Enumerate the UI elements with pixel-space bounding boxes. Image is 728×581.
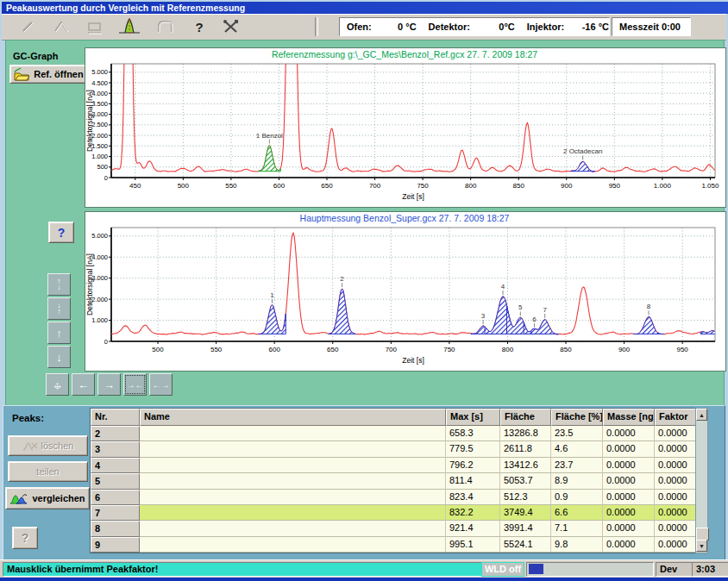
scrollbar-thumb[interactable] [696, 528, 709, 540]
table-cell[interactable]: 5053.7 [500, 473, 551, 489]
marked-peak[interactable] [259, 305, 286, 334]
table-cell[interactable]: 0.0000 [603, 490, 655, 505]
table-cell[interactable]: 0.0000 [603, 537, 655, 553]
zoom-compress-vertical-button[interactable]: ↓ ↑ [47, 297, 71, 320]
table-cell[interactable]: 0.0000 [655, 473, 696, 489]
table-cell[interactable]: 4.6 [551, 441, 603, 457]
svg-text:750: 750 [443, 346, 455, 353]
table-cell[interactable]: 0.0000 [655, 505, 696, 521]
table-cell[interactable]: 0.0000 [603, 473, 655, 489]
zoom-expand-vertical-button[interactable]: ↑ ↓ [47, 273, 71, 296]
delete-peak-button[interactable]: löschen [8, 435, 88, 456]
table-cell[interactable]: 512.3 [500, 490, 551, 505]
edit-icon[interactable] [17, 17, 43, 36]
table-cell[interactable]: 3991.4 [500, 521, 551, 536]
referenzmessung-chart[interactable]: Referenzmessung g:\_GC_Mes\Benzol_Ref.gc… [85, 48, 724, 206]
scroll-down-button[interactable]: ▼ [696, 540, 707, 552]
column-header-1[interactable]: Name [140, 409, 446, 426]
table-cell[interactable]: 6.6 [551, 505, 603, 521]
table-cell[interactable] [140, 537, 446, 553]
column-header-2[interactable]: Max [s] [446, 409, 500, 426]
table-cell[interactable]: 13412.6 [500, 458, 551, 473]
table-cell[interactable]: 23.7 [551, 458, 603, 473]
pan-left-button[interactable]: ← [72, 373, 95, 396]
table-cell[interactable] [140, 473, 446, 489]
column-header-3[interactable]: Fläche [500, 409, 551, 426]
peaks-help-button[interactable]: ? [12, 527, 38, 549]
table-cell[interactable]: 3749.4 [500, 505, 551, 521]
tools-icon[interactable] [219, 17, 245, 36]
table-cell[interactable]: 823.4 [446, 490, 500, 505]
table-cell[interactable]: 7.1 [551, 521, 603, 536]
table-cell[interactable]: 995.1 [446, 537, 500, 553]
table-cell[interactable]: 9.8 [551, 537, 603, 553]
pan-right-button[interactable]: → [97, 373, 121, 396]
table-cell[interactable]: 0.0000 [603, 441, 655, 457]
marked-peak[interactable] [700, 330, 724, 334]
table-cell[interactable]: 0.0000 [655, 426, 696, 441]
table-cell[interactable]: 779.5 [446, 441, 500, 457]
table-cell[interactable]: 0.0000 [603, 426, 655, 441]
table-cell[interactable]: 832.2 [446, 505, 500, 521]
row-number-cell[interactable]: 7 [91, 505, 140, 521]
compare-peaks-button[interactable]: vergleichen [5, 487, 90, 509]
table-cell[interactable]: 811.4 [446, 473, 500, 489]
table-scrollbar[interactable]: ▲ ▼ [695, 408, 708, 553]
table-cell[interactable]: 23.5 [551, 426, 603, 441]
pan-down-button[interactable]: ↓ [47, 346, 71, 368]
open-reference-button[interactable]: Ref. öffnen [9, 65, 87, 84]
split-icon[interactable] [50, 17, 76, 36]
pan-up-button[interactable]: ↑ [47, 322, 71, 344]
table-cell[interactable] [140, 441, 446, 457]
table-cell[interactable]: 0.0000 [655, 490, 696, 505]
zoom-expand-horizontal-button[interactable]: ←→ [149, 373, 173, 396]
table-cell[interactable]: 2611.8 [500, 441, 551, 457]
table-cell[interactable]: 8.9 [551, 473, 603, 489]
marked-peak[interactable] [633, 316, 663, 334]
marked-peak[interactable] [258, 146, 280, 172]
column-header-6[interactable]: Faktor [655, 409, 696, 426]
print-icon[interactable] [83, 17, 109, 36]
table-cell[interactable] [140, 521, 446, 536]
peak-label: 6 [532, 315, 537, 323]
row-number-cell[interactable]: 9 [91, 537, 140, 553]
row-number-cell[interactable]: 5 [91, 473, 140, 489]
table-cell[interactable]: 0.0000 [603, 521, 655, 536]
table-cell[interactable]: 13286.8 [500, 426, 551, 441]
table-cell[interactable] [140, 505, 446, 521]
scroll-up-button[interactable]: ▲ [696, 409, 707, 421]
peak-evaluation-icon[interactable] [117, 17, 143, 36]
table-cell[interactable]: 0.0000 [603, 458, 655, 473]
baseline-clamp-icon[interactable] [154, 17, 179, 36]
chart-help-button[interactable]: ? [48, 222, 74, 243]
table-cell[interactable]: 0.0000 [655, 441, 696, 457]
table-cell[interactable] [140, 458, 446, 473]
column-header-4[interactable]: Fläche [%] [551, 409, 603, 426]
table-cell[interactable]: 0.9 [551, 490, 603, 505]
column-header-0[interactable]: Nr. [91, 409, 140, 426]
hauptmessung-chart[interactable]: Hauptmessung Benzol_Super.gcx 27. 7. 200… [85, 212, 724, 370]
marked-peak[interactable] [570, 161, 595, 172]
row-number-cell[interactable]: 4 [91, 458, 140, 473]
row-number-cell[interactable]: 8 [91, 521, 140, 536]
column-header-5[interactable]: Masse [ng] [603, 409, 655, 426]
delete-peak-label: löschen [41, 440, 74, 451]
row-number-cell[interactable]: 3 [91, 441, 140, 457]
table-cell[interactable]: 5524.1 [500, 537, 551, 553]
table-cell[interactable] [140, 490, 446, 505]
zoom-compress-horizontal-button[interactable]: →← [123, 373, 147, 396]
table-cell[interactable]: 0.0000 [655, 458, 696, 473]
row-number-cell[interactable]: 6 [91, 490, 140, 505]
table-cell[interactable]: 796.2 [446, 458, 500, 473]
table-cell[interactable]: 921.4 [446, 521, 500, 536]
table-cell[interactable]: 0.0000 [655, 521, 696, 536]
help-icon[interactable]: ? [186, 17, 212, 36]
table-cell[interactable] [140, 426, 446, 441]
table-cell[interactable]: 658.3 [446, 426, 500, 441]
table-cell[interactable]: 0.0000 [603, 505, 655, 521]
table-cell[interactable]: 0.0000 [655, 537, 696, 553]
pan-free-button[interactable]: ↔ ↕ [46, 373, 69, 396]
split-peak-button[interactable]: teilen [8, 461, 88, 482]
wld-status-badge[interactable]: WLD off [481, 562, 524, 577]
row-number-cell[interactable]: 2 [91, 426, 140, 441]
